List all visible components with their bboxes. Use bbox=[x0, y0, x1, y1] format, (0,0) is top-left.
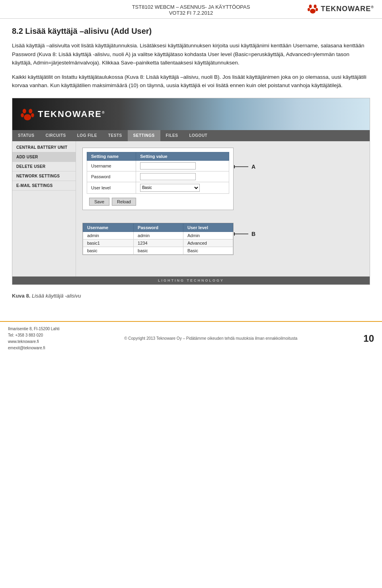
field-password-label: Password bbox=[87, 171, 136, 182]
section-title: 8.2 Lisää käyttäjä –alisivu (Add User) bbox=[12, 27, 370, 36]
col-password: Password bbox=[134, 223, 183, 232]
sc-logo-text: TEKNOWARE® bbox=[38, 109, 105, 119]
sidebar-item-delete-user[interactable]: DELETE USER bbox=[12, 162, 76, 171]
cell-username: admin bbox=[83, 232, 134, 239]
screenshot: TEKNOWARE® STATUS CIRCUITS LOG FILE TEST… bbox=[12, 98, 370, 285]
field-userlevel-label: User level bbox=[87, 182, 136, 193]
table-row: admin admin Admin bbox=[83, 232, 233, 239]
paragraph-2: Kaikki käyttäjätilit on listattu käyttäj… bbox=[12, 73, 370, 90]
arrow-b-icon bbox=[234, 231, 250, 237]
cell-password: basic bbox=[134, 247, 183, 254]
sc-sidebar: CENTRAL BATTERY UNIT ADD USER DELETE USE… bbox=[12, 141, 76, 276]
save-button[interactable]: Save bbox=[89, 198, 109, 206]
table-row: basic basic Basic bbox=[83, 247, 233, 254]
svg-point-5 bbox=[23, 109, 26, 113]
sc-body: CENTRAL BATTERY UNIT ADD USER DELETE USE… bbox=[12, 141, 370, 276]
col-setting-name: Setting name bbox=[87, 152, 136, 160]
password-input[interactable] bbox=[140, 173, 196, 180]
sc-header: TEKNOWARE® bbox=[12, 98, 370, 130]
footer-copyright: © Copyright 2013 Teknoware Oy – Pidätämm… bbox=[60, 336, 362, 341]
nav-circuits[interactable]: CIRCUITS bbox=[40, 130, 72, 141]
userlevel-select[interactable]: Basic Advanced Admin bbox=[140, 184, 200, 192]
svg-point-0 bbox=[309, 5, 312, 8]
arrow-a-label: A bbox=[234, 164, 255, 170]
table-row: Password bbox=[87, 171, 229, 182]
svg-point-4 bbox=[310, 9, 316, 14]
sc-footer-text: LIGHTING TECHNOLOGY bbox=[158, 278, 224, 282]
field-username-value bbox=[136, 160, 229, 171]
paw-icon bbox=[307, 3, 318, 14]
arrow-a-icon bbox=[234, 164, 250, 170]
sc-paw-icon bbox=[20, 107, 35, 121]
sidebar-item-add-user[interactable]: ADD USER bbox=[12, 152, 76, 162]
reload-button[interactable]: Reload bbox=[112, 198, 136, 206]
col-setting-value: Setting value bbox=[136, 152, 229, 160]
sidebar-item-email-settings[interactable]: E-MAIL SETTINGS bbox=[12, 181, 76, 191]
nav-logfile[interactable]: LOG FILE bbox=[72, 130, 103, 141]
cell-username: basic bbox=[83, 247, 134, 254]
arrow-a-text: A bbox=[251, 164, 255, 170]
sc-footer: LIGHTING TECHNOLOGY bbox=[12, 276, 370, 284]
svg-point-8 bbox=[31, 113, 34, 117]
settings-form-wrapper: Setting name Setting value Username bbox=[82, 148, 234, 216]
sidebar-item-network-settings[interactable]: NETWORK SETTINGS bbox=[12, 171, 76, 181]
nav-status[interactable]: STATUS bbox=[12, 130, 40, 141]
col-userlevel: User level bbox=[183, 223, 233, 232]
footer-page-number: 10 bbox=[362, 333, 374, 344]
sc-navbar: STATUS CIRCUITS LOG FILE TESTS SETTINGS … bbox=[12, 130, 370, 141]
svg-point-1 bbox=[314, 5, 317, 8]
cell-userlevel: Basic bbox=[183, 247, 233, 254]
nav-logout[interactable]: LOGOUT bbox=[183, 130, 213, 141]
nav-files[interactable]: FILES bbox=[160, 130, 184, 141]
sc-logo: TEKNOWARE® bbox=[20, 107, 105, 121]
logo-symbol bbox=[307, 3, 318, 14]
figure-caption: Kuva 8. Lisää käyttäjä -alisivu bbox=[12, 293, 370, 299]
logo-text: TEKNOWARE® bbox=[321, 5, 374, 13]
arrow-b-text: B bbox=[251, 231, 255, 237]
svg-point-3 bbox=[316, 8, 318, 11]
settings-form: Setting name Setting value Username bbox=[82, 148, 234, 210]
header-logo: TEKNOWARE® bbox=[307, 3, 374, 14]
svg-point-7 bbox=[21, 113, 24, 117]
arrow-b-label: B bbox=[234, 231, 255, 237]
paragraph-1: Lisää käyttäjä –alisivulta voit lisätä k… bbox=[12, 41, 370, 67]
doc-footer: Ilmarisentie 8, FI-15200 Lahti Tel: +358… bbox=[0, 321, 382, 355]
table-row: basic1 1234 Advanced bbox=[83, 239, 233, 247]
col-username: Username bbox=[83, 223, 134, 232]
main-content: 8.2 Lisää käyttäjä –alisivu (Add User) L… bbox=[0, 19, 382, 309]
sc-main-inner: Setting name Setting value Username bbox=[82, 148, 363, 256]
field-password-value bbox=[136, 171, 229, 182]
svg-point-9 bbox=[24, 114, 31, 120]
cell-password: admin bbox=[134, 232, 183, 239]
document-header: TST8102 WEBCM – ASENNUS- JA KÄYTTÖOPAS V… bbox=[0, 0, 382, 19]
users-table-wrapper: Username Password User level admin admin bbox=[82, 223, 234, 255]
svg-point-6 bbox=[29, 109, 32, 113]
users-table: Username Password User level admin admin bbox=[82, 223, 234, 255]
nav-tests[interactable]: TESTS bbox=[103, 130, 128, 141]
footer-address: Ilmarisentie 8, FI-15200 Lahti Tel: +358… bbox=[8, 326, 60, 351]
nav-settings[interactable]: SETTINGS bbox=[128, 130, 160, 141]
field-username-label: Username bbox=[87, 160, 136, 171]
sidebar-item-central-battery[interactable]: CENTRAL BATTERY UNIT bbox=[12, 143, 76, 152]
table-row: User level Basic Advanced Admin bbox=[87, 182, 229, 193]
cell-username: basic1 bbox=[83, 239, 134, 247]
cell-userlevel: Advanced bbox=[183, 239, 233, 247]
cell-password: 1234 bbox=[134, 239, 183, 247]
field-userlevel-value: Basic Advanced Admin bbox=[136, 182, 229, 193]
table-row: Username bbox=[87, 160, 229, 171]
cell-userlevel: Admin bbox=[183, 232, 233, 239]
sc-main-panel: Setting name Setting value Username bbox=[76, 141, 370, 276]
svg-point-2 bbox=[308, 8, 310, 11]
username-input[interactable] bbox=[140, 162, 196, 169]
form-buttons: Save Reload bbox=[87, 196, 229, 206]
